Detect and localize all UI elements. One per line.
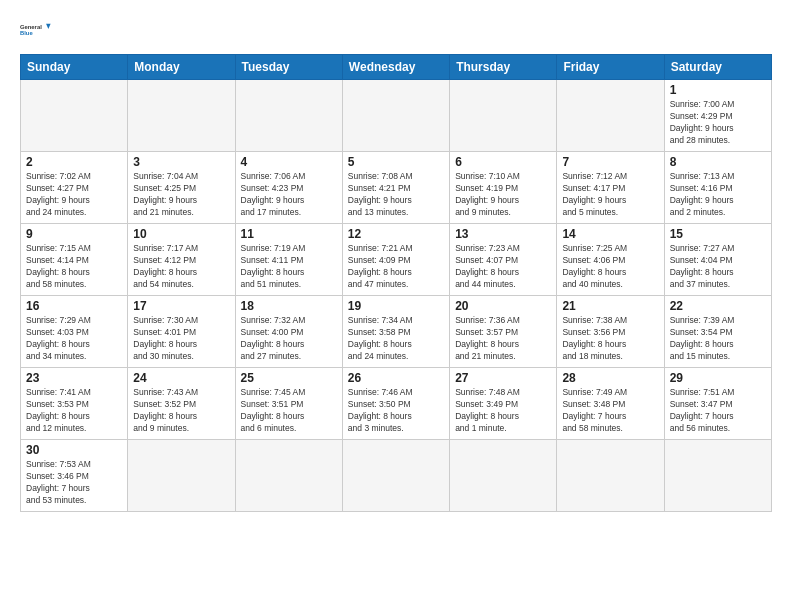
day-info: Sunrise: 7:51 AMSunset: 3:47 PMDaylight:… [670, 387, 766, 435]
day-info: Sunrise: 7:46 AMSunset: 3:50 PMDaylight:… [348, 387, 444, 435]
calendar-cell: 14Sunrise: 7:25 AMSunset: 4:06 PMDayligh… [557, 224, 664, 296]
day-number: 13 [455, 227, 551, 241]
day-number: 23 [26, 371, 122, 385]
day-info: Sunrise: 7:19 AMSunset: 4:11 PMDaylight:… [241, 243, 337, 291]
day-number: 19 [348, 299, 444, 313]
calendar-cell [235, 80, 342, 152]
calendar-cell: 6Sunrise: 7:10 AMSunset: 4:19 PMDaylight… [450, 152, 557, 224]
calendar-cell [450, 80, 557, 152]
day-number: 10 [133, 227, 229, 241]
day-number: 20 [455, 299, 551, 313]
day-number: 26 [348, 371, 444, 385]
svg-text:Blue: Blue [20, 30, 33, 36]
calendar-cell: 4Sunrise: 7:06 AMSunset: 4:23 PMDaylight… [235, 152, 342, 224]
weekday-header-row: SundayMondayTuesdayWednesdayThursdayFrid… [21, 55, 772, 80]
day-info: Sunrise: 7:49 AMSunset: 3:48 PMDaylight:… [562, 387, 658, 435]
calendar-week-3: 9Sunrise: 7:15 AMSunset: 4:14 PMDaylight… [21, 224, 772, 296]
day-info: Sunrise: 7:23 AMSunset: 4:07 PMDaylight:… [455, 243, 551, 291]
day-info: Sunrise: 7:04 AMSunset: 4:25 PMDaylight:… [133, 171, 229, 219]
calendar-cell: 1Sunrise: 7:00 AMSunset: 4:29 PMDaylight… [664, 80, 771, 152]
calendar-cell: 29Sunrise: 7:51 AMSunset: 3:47 PMDayligh… [664, 368, 771, 440]
weekday-header-monday: Monday [128, 55, 235, 80]
calendar-cell [557, 80, 664, 152]
day-number: 25 [241, 371, 337, 385]
svg-text:General: General [20, 24, 42, 30]
weekday-header-sunday: Sunday [21, 55, 128, 80]
day-info: Sunrise: 7:36 AMSunset: 3:57 PMDaylight:… [455, 315, 551, 363]
day-info: Sunrise: 7:48 AMSunset: 3:49 PMDaylight:… [455, 387, 551, 435]
logo-icon: GeneralBlue [20, 16, 56, 44]
day-number: 16 [26, 299, 122, 313]
logo: GeneralBlue [20, 16, 56, 44]
day-number: 30 [26, 443, 122, 457]
calendar-week-4: 16Sunrise: 7:29 AMSunset: 4:03 PMDayligh… [21, 296, 772, 368]
calendar-week-6: 30Sunrise: 7:53 AMSunset: 3:46 PMDayligh… [21, 440, 772, 512]
calendar-cell [128, 440, 235, 512]
day-number: 15 [670, 227, 766, 241]
weekday-header-tuesday: Tuesday [235, 55, 342, 80]
day-number: 17 [133, 299, 229, 313]
day-info: Sunrise: 7:21 AMSunset: 4:09 PMDaylight:… [348, 243, 444, 291]
day-info: Sunrise: 7:06 AMSunset: 4:23 PMDaylight:… [241, 171, 337, 219]
day-number: 8 [670, 155, 766, 169]
calendar-cell: 27Sunrise: 7:48 AMSunset: 3:49 PMDayligh… [450, 368, 557, 440]
day-number: 18 [241, 299, 337, 313]
day-number: 11 [241, 227, 337, 241]
day-info: Sunrise: 7:27 AMSunset: 4:04 PMDaylight:… [670, 243, 766, 291]
weekday-header-wednesday: Wednesday [342, 55, 449, 80]
calendar-cell [235, 440, 342, 512]
calendar-cell: 28Sunrise: 7:49 AMSunset: 3:48 PMDayligh… [557, 368, 664, 440]
calendar-week-1: 1Sunrise: 7:00 AMSunset: 4:29 PMDaylight… [21, 80, 772, 152]
day-number: 22 [670, 299, 766, 313]
calendar-cell: 26Sunrise: 7:46 AMSunset: 3:50 PMDayligh… [342, 368, 449, 440]
calendar-cell: 13Sunrise: 7:23 AMSunset: 4:07 PMDayligh… [450, 224, 557, 296]
day-info: Sunrise: 7:00 AMSunset: 4:29 PMDaylight:… [670, 99, 766, 147]
day-number: 5 [348, 155, 444, 169]
calendar-cell: 16Sunrise: 7:29 AMSunset: 4:03 PMDayligh… [21, 296, 128, 368]
calendar-cell: 3Sunrise: 7:04 AMSunset: 4:25 PMDaylight… [128, 152, 235, 224]
day-number: 9 [26, 227, 122, 241]
weekday-header-saturday: Saturday [664, 55, 771, 80]
calendar-cell: 24Sunrise: 7:43 AMSunset: 3:52 PMDayligh… [128, 368, 235, 440]
calendar-cell: 12Sunrise: 7:21 AMSunset: 4:09 PMDayligh… [342, 224, 449, 296]
day-info: Sunrise: 7:02 AMSunset: 4:27 PMDaylight:… [26, 171, 122, 219]
day-number: 2 [26, 155, 122, 169]
header: GeneralBlue [20, 16, 772, 44]
day-number: 24 [133, 371, 229, 385]
day-info: Sunrise: 7:38 AMSunset: 3:56 PMDaylight:… [562, 315, 658, 363]
calendar-cell: 30Sunrise: 7:53 AMSunset: 3:46 PMDayligh… [21, 440, 128, 512]
calendar-cell: 11Sunrise: 7:19 AMSunset: 4:11 PMDayligh… [235, 224, 342, 296]
day-info: Sunrise: 7:43 AMSunset: 3:52 PMDaylight:… [133, 387, 229, 435]
day-number: 1 [670, 83, 766, 97]
day-info: Sunrise: 7:45 AMSunset: 3:51 PMDaylight:… [241, 387, 337, 435]
day-number: 14 [562, 227, 658, 241]
calendar-cell [557, 440, 664, 512]
day-info: Sunrise: 7:10 AMSunset: 4:19 PMDaylight:… [455, 171, 551, 219]
calendar-cell: 8Sunrise: 7:13 AMSunset: 4:16 PMDaylight… [664, 152, 771, 224]
day-info: Sunrise: 7:13 AMSunset: 4:16 PMDaylight:… [670, 171, 766, 219]
calendar-cell: 7Sunrise: 7:12 AMSunset: 4:17 PMDaylight… [557, 152, 664, 224]
weekday-header-thursday: Thursday [450, 55, 557, 80]
day-info: Sunrise: 7:39 AMSunset: 3:54 PMDaylight:… [670, 315, 766, 363]
day-number: 27 [455, 371, 551, 385]
calendar-cell [342, 80, 449, 152]
day-number: 6 [455, 155, 551, 169]
day-info: Sunrise: 7:25 AMSunset: 4:06 PMDaylight:… [562, 243, 658, 291]
calendar-cell [664, 440, 771, 512]
calendar-cell: 25Sunrise: 7:45 AMSunset: 3:51 PMDayligh… [235, 368, 342, 440]
calendar-week-5: 23Sunrise: 7:41 AMSunset: 3:53 PMDayligh… [21, 368, 772, 440]
day-info: Sunrise: 7:17 AMSunset: 4:12 PMDaylight:… [133, 243, 229, 291]
calendar-cell [128, 80, 235, 152]
day-number: 28 [562, 371, 658, 385]
calendar-cell [21, 80, 128, 152]
day-info: Sunrise: 7:29 AMSunset: 4:03 PMDaylight:… [26, 315, 122, 363]
day-number: 4 [241, 155, 337, 169]
calendar-cell: 19Sunrise: 7:34 AMSunset: 3:58 PMDayligh… [342, 296, 449, 368]
day-info: Sunrise: 7:34 AMSunset: 3:58 PMDaylight:… [348, 315, 444, 363]
calendar-cell [450, 440, 557, 512]
day-info: Sunrise: 7:32 AMSunset: 4:00 PMDaylight:… [241, 315, 337, 363]
calendar-cell: 20Sunrise: 7:36 AMSunset: 3:57 PMDayligh… [450, 296, 557, 368]
day-info: Sunrise: 7:41 AMSunset: 3:53 PMDaylight:… [26, 387, 122, 435]
day-info: Sunrise: 7:12 AMSunset: 4:17 PMDaylight:… [562, 171, 658, 219]
day-number: 3 [133, 155, 229, 169]
